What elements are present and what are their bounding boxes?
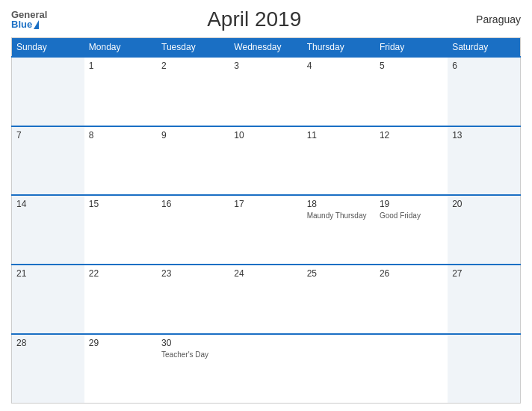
day-number: 19 [380,199,443,209]
calendar-row: 21222324252627 [12,265,521,334]
day-number: 3 [234,61,297,71]
col-tuesday: Tuesday [157,38,229,58]
table-row [303,334,375,404]
calendar-row: 282930Teacher's Day [12,334,521,404]
table-row: 30Teacher's Day [157,334,229,404]
day-number: 6 [452,61,516,71]
table-row: 1 [84,57,157,126]
day-number: 7 [16,130,80,140]
table-row: 19Good Friday [375,195,448,265]
days-header-row: Sunday Monday Tuesday Wednesday Thursday… [12,38,521,58]
day-number: 29 [89,338,152,348]
day-number: 14 [16,199,80,209]
table-row: 8 [84,126,157,196]
table-row: 4 [303,57,375,126]
day-number: 28 [16,338,80,348]
day-number: 13 [452,130,516,140]
calendar-title: April 2019 [47,7,461,31]
table-row: 6 [448,57,520,126]
day-number: 2 [161,61,225,71]
day-number: 30 [161,338,225,348]
table-row [12,57,84,126]
table-row [229,334,302,404]
day-number: 15 [89,199,152,209]
table-row: 13 [448,126,520,196]
table-row: 9 [157,126,229,196]
table-row: 18Maundy Thursday [303,195,375,265]
day-number: 17 [234,199,297,209]
day-number: 9 [161,130,225,140]
table-row: 11 [303,126,375,196]
country-label: Paraguay [461,13,521,25]
holiday-label: Teacher's Day [161,350,225,359]
table-row: 10 [229,126,302,196]
logo-triangle-icon [34,20,39,29]
col-friday: Friday [375,38,448,58]
table-row: 2 [157,57,229,126]
calendar-page: General Blue April 2019 Paraguay Sunday … [0,0,532,411]
col-sunday: Sunday [12,38,84,58]
calendar-row: 123456 [12,57,521,126]
table-row: 28 [12,334,84,404]
table-row: 20 [448,195,520,265]
table-row: 22 [84,265,157,334]
day-number: 8 [89,130,152,140]
calendar-row: 78910111213 [12,126,521,196]
day-number: 22 [89,268,152,279]
day-number: 4 [307,61,371,71]
table-row: 16 [157,195,229,265]
calendar-row: 1415161718Maundy Thursday19Good Friday20 [12,195,521,265]
day-number: 26 [380,268,443,279]
table-row [375,334,448,404]
col-wednesday: Wednesday [229,38,302,58]
table-row [448,334,520,404]
table-row: 25 [303,265,375,334]
col-saturday: Saturday [448,38,520,58]
day-number: 20 [452,199,516,209]
table-row: 5 [375,57,448,126]
logo-blue-text: Blue [11,19,32,29]
table-row: 7 [12,126,84,196]
day-number: 1 [89,61,152,71]
day-number: 16 [161,199,225,209]
day-number: 5 [380,61,443,71]
day-number: 10 [234,130,297,140]
table-row: 21 [12,265,84,334]
calendar-table: Sunday Monday Tuesday Wednesday Thursday… [11,37,521,404]
table-row: 29 [84,334,157,404]
col-monday: Monday [84,38,157,58]
logo: General Blue [11,10,47,29]
table-row: 14 [12,195,84,265]
day-number: 24 [234,268,297,279]
holiday-label: Good Friday [380,211,443,220]
day-number: 11 [307,130,371,140]
day-number: 18 [307,199,371,209]
day-number: 21 [16,268,80,279]
table-row: 3 [229,57,302,126]
day-number: 27 [452,268,516,279]
col-thursday: Thursday [303,38,375,58]
table-row: 26 [375,265,448,334]
table-row: 24 [229,265,302,334]
table-row: 17 [229,195,302,265]
table-row: 12 [375,126,448,196]
page-header: General Blue April 2019 Paraguay [11,7,521,31]
holiday-label: Maundy Thursday [307,211,371,220]
day-number: 12 [380,130,443,140]
table-row: 23 [157,265,229,334]
table-row: 15 [84,195,157,265]
day-number: 23 [161,268,225,279]
day-number: 25 [307,268,371,279]
table-row: 27 [448,265,520,334]
